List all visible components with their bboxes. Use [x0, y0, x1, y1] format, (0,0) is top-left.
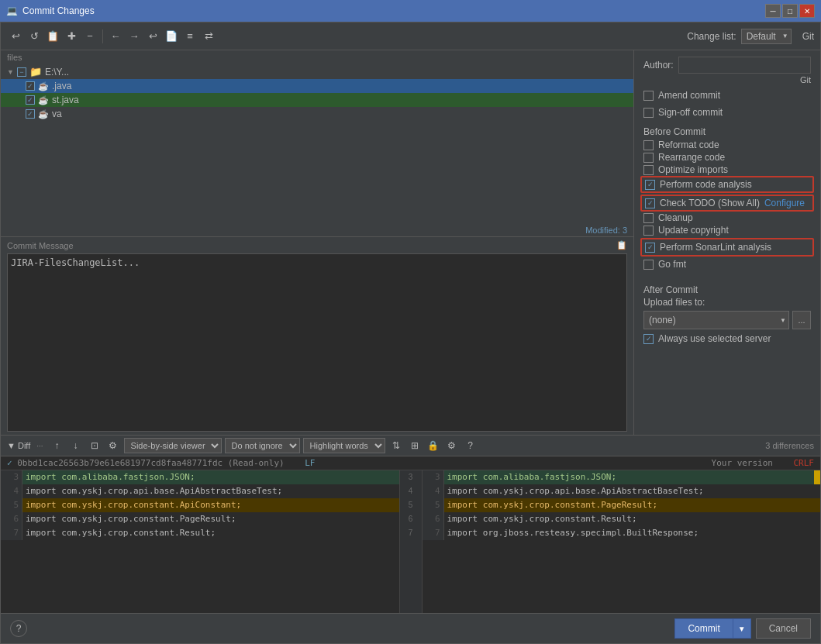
undo-btn[interactable]: ↩ [144, 28, 161, 45]
codeanalysis-label: Perform code analysis [660, 179, 752, 190]
changelist-select[interactable]: Default [741, 29, 792, 44]
diff-title: ▼ Diff [7, 441, 30, 450]
bottom-bar: ? Commit ▼ Cancel [1, 613, 820, 643]
gofmt-label: Go fmt [658, 259, 686, 270]
diff-columns-btn[interactable]: ⊞ [407, 438, 423, 453]
sep1 [102, 29, 103, 43]
files-label: files [7, 53, 22, 62]
amend-row: Amend commit [643, 89, 811, 102]
diff-left-filename: ✓ 0bbd1cac26563b79e61e681977cd8faa48771f… [7, 458, 315, 468]
configure-link[interactable]: Configure [764, 198, 805, 208]
diff-left-line-5: 7 import com.yskj.crop.constant.Result; [1, 526, 399, 540]
git-label: Git [802, 31, 814, 42]
sonarlint-checkbox[interactable]: ✓ [645, 243, 655, 253]
diff-left-line-4: 6 import com.yskj.crop.constant.PageResu… [1, 512, 399, 526]
checktodo-checkbox[interactable]: ✓ [645, 198, 655, 208]
upload-row: (none) ... [643, 311, 811, 329]
always-use-checkbox[interactable]: ✓ [643, 334, 654, 344]
diff-sync-btn[interactable]: ⇅ [388, 438, 404, 453]
upload-more-btn[interactable]: ... [792, 311, 811, 329]
tree-row-file3[interactable]: ✓ ☕ va [1, 107, 633, 121]
gofmt-checkbox[interactable] [643, 260, 654, 270]
diff-down-btn[interactable]: ↓ [68, 438, 84, 453]
file1-label: .java [52, 81, 71, 91]
refresh-btn[interactable]: ↩ [7, 28, 24, 45]
help-button[interactable]: ? [10, 620, 27, 637]
list-btn[interactable]: ≡ [181, 28, 198, 45]
tree-row-dir[interactable]: ▼ − 📁 E:\Y... [1, 64, 633, 79]
diff-file-info: ✓ 0bbd1cac26563b79e61e681977cd8faa48771f… [1, 456, 820, 470]
diff-viewer-select[interactable]: Side-by-side viewer [124, 438, 222, 453]
checkbox-file2[interactable]: ✓ [26, 95, 35, 105]
sonarlint-row: ✓ Perform SonarLint analysis [640, 238, 814, 257]
diff-left-line-2: 4 import com.yskj.crop.api.base.ApiAbstr… [1, 484, 399, 498]
commit-button[interactable]: Commit [674, 618, 732, 639]
file2-label: st.java [52, 95, 79, 105]
diff-up-btn[interactable]: ↑ [50, 438, 65, 453]
codeanalysis-checkbox[interactable]: ✓ [645, 180, 655, 190]
before-commit-title: Before Commit [643, 126, 811, 137]
cleanup-row: Cleanup [643, 212, 811, 224]
remove-btn[interactable]: − [81, 28, 98, 45]
copyright-row: Update copyright [643, 224, 811, 236]
minimize-button[interactable]: ─ [765, 4, 781, 18]
diff-right: 3 import com.alibaba.fastjson.JSON; 4 im… [423, 470, 821, 613]
checkbox-file3[interactable]: ✓ [26, 109, 35, 119]
cleanup-label: Cleanup [658, 212, 693, 223]
commit-message-header: Commit Message 📋 [7, 240, 627, 250]
diff-right-line-2: 4 import com.yskj.crop.api.base.ApiAbstr… [423, 484, 821, 498]
diff-marker-1 [814, 470, 820, 484]
always-use-row: ✓ Always use selected server [643, 332, 811, 345]
checkbox-file1[interactable]: ✓ [26, 81, 35, 91]
file-tree: ▼ − 📁 E:\Y... ✓ ☕ .java ✓ ☕ [1, 64, 633, 224]
amend-checkbox[interactable] [643, 91, 654, 101]
checktodo-row: ✓ Check TODO (Show All) Configure [640, 195, 814, 212]
diff-settings-btn[interactable]: ⚙ [105, 438, 121, 453]
sonarlint-inner: ✓ Perform SonarLint analysis [645, 241, 809, 253]
author-row: Author: [643, 57, 811, 74]
swap-btn[interactable]: ⇄ [200, 28, 217, 45]
modified-count: Modified: 3 [579, 224, 633, 236]
diff-header: ▼ Diff ··· ↑ ↓ ⊡ ⚙ Side-by-side viewer D… [1, 436, 820, 456]
title-text: Commit Changes [22, 5, 95, 16]
diff-highlight-select[interactable]: Highlight words [303, 438, 385, 453]
commit-message-input[interactable]: JIRA-FilesChangeList... [7, 253, 627, 432]
cleanup-checkbox[interactable] [643, 213, 654, 223]
reformat-checkbox[interactable] [643, 140, 654, 150]
tree-row-file1[interactable]: ✓ ☕ .java [1, 79, 633, 93]
optimize-checkbox[interactable] [643, 165, 654, 175]
diff-help-btn[interactable]: ? [463, 438, 478, 453]
tree-row-file2[interactable]: ✓ ☕ st.java [1, 93, 633, 107]
signoff-checkbox[interactable] [643, 108, 654, 118]
add-btn[interactable]: ✚ [63, 28, 80, 45]
upload-select[interactable]: (none) [643, 311, 789, 329]
toolbar: ↩ ↺ 📋 ✚ − ← → ↩ 📄 ≡ ⇄ Change list: Defau… [1, 22, 820, 50]
diff-gear-btn[interactable]: ⚙ [444, 438, 460, 453]
after-commit-title: After Commit [643, 284, 811, 295]
checkbox-dir[interactable]: − [17, 67, 26, 77]
back-btn[interactable]: ← [107, 28, 124, 45]
update-btn[interactable]: ↺ [26, 28, 43, 45]
file3-label: va [52, 108, 62, 119]
git-section-label: Git [643, 75, 811, 84]
clipboard-btn[interactable]: 📋 [44, 28, 61, 45]
maximize-button[interactable]: □ [782, 4, 798, 18]
copyright-checkbox[interactable] [643, 226, 654, 236]
diff-expand-btn[interactable]: ⊡ [87, 438, 102, 453]
gofmt-row: Go fmt [643, 258, 811, 270]
app-icon: 💻 [6, 5, 18, 16]
right-panel: Author: Git Amend commit Sign-off commit… [634, 50, 820, 435]
rearrange-row: Rearrange code [643, 151, 811, 164]
commit-dropdown-button[interactable]: ▼ [733, 618, 751, 639]
diff-lock-btn[interactable]: 🔒 [426, 438, 441, 453]
changelist-dropdown-wrap: Default [741, 29, 792, 44]
green-dot: ✓ [7, 458, 17, 468]
file-btn[interactable]: 📄 [163, 28, 180, 45]
file-icon3: ☕ [38, 109, 49, 119]
close-button[interactable]: ✕ [799, 4, 815, 18]
author-input[interactable] [678, 57, 811, 74]
cancel-button[interactable]: Cancel [756, 618, 811, 639]
fwd-btn[interactable]: → [126, 28, 143, 45]
rearrange-checkbox[interactable] [643, 153, 654, 163]
diff-ignore-select[interactable]: Do not ignore [225, 438, 300, 453]
